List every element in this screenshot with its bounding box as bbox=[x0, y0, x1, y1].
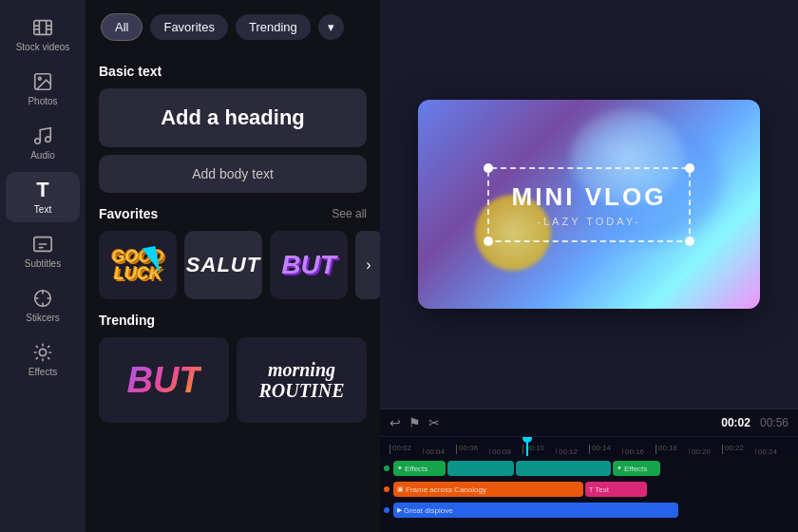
chevron-down-icon: ▾ bbox=[328, 20, 334, 34]
panel-filter-bar: All Favorites Trending ▾ bbox=[86, 0, 380, 50]
tick-0020: 00:20 bbox=[689, 448, 722, 454]
svg-point-13 bbox=[39, 349, 46, 355]
ruler-marks: 00:02 00:04 00:06 00:08 00:10 00:12 00:1… bbox=[390, 439, 788, 454]
trending-section-title: Trending bbox=[99, 313, 367, 328]
good-luck-text: GOOD LUCK bbox=[111, 248, 163, 282]
sticker-but-fav[interactable]: BUT bbox=[270, 231, 348, 299]
scissor-icon[interactable]: ✂ bbox=[428, 415, 440, 430]
track-label-effects bbox=[384, 466, 390, 471]
filter-trending-button[interactable]: Trending bbox=[236, 14, 311, 40]
main-area: MINI VLOG -LAZY TODAY- ↩ ⚑ ✂ 00:02 00:56… bbox=[380, 0, 798, 532]
clip-text[interactable]: TText bbox=[585, 482, 647, 497]
svg-rect-0 bbox=[34, 21, 51, 35]
clip-effects-2[interactable] bbox=[447, 461, 514, 476]
basic-text-section-title: Basic text bbox=[99, 64, 367, 79]
chevron-right-icon: › bbox=[366, 256, 370, 274]
sidebar-item-stock-videos[interactable]: Stock videos bbox=[6, 10, 80, 60]
effects-clip-icon-2: ✦ bbox=[617, 465, 622, 472]
sidebar-item-effects[interactable]: Effects bbox=[6, 334, 80, 385]
text-panel: All Favorites Trending ▾ Basic text Add … bbox=[86, 0, 380, 532]
tick-0012: 00:12 bbox=[556, 448, 589, 454]
track-great: ▶Great displove bbox=[380, 500, 798, 521]
clip-effects-3[interactable] bbox=[516, 461, 611, 476]
effects-clips: ✦Effects ✦Effects bbox=[393, 461, 794, 476]
clip-effects-1[interactable]: ✦Effects bbox=[393, 461, 446, 476]
track-label-great bbox=[384, 507, 390, 513]
filter-favorites-button[interactable]: Favorites bbox=[150, 14, 227, 40]
trending-but[interactable]: BUT bbox=[99, 337, 229, 423]
tick-0008: 00:08 bbox=[489, 448, 522, 454]
time-current: 00:02 bbox=[721, 416, 750, 429]
tick-0004: 00:04 bbox=[423, 448, 456, 454]
timeline: ↩ ⚑ ✂ 00:02 00:56 00:02 00:04 00:06 00:0… bbox=[380, 408, 798, 532]
favorites-stickers-row: GOOD LUCK SALUT BUT › bbox=[99, 231, 367, 299]
sidebar-item-stickers[interactable]: Stikcers bbox=[6, 280, 80, 331]
canvas-background: MINI VLOG -LAZY TODAY- bbox=[418, 100, 760, 309]
add-heading-button[interactable]: Add a heading bbox=[99, 88, 367, 147]
current-time-display: 00:02 bbox=[721, 416, 750, 429]
frame-clips: ▣Frame across Canology TText bbox=[393, 482, 794, 497]
sidebar-label-stock-videos: Stock videos bbox=[16, 42, 70, 52]
tick-0024: 00:24 bbox=[755, 448, 788, 454]
canvas-area: MINI VLOG -LAZY TODAY- bbox=[380, 0, 798, 408]
sticker-good-luck[interactable]: GOOD LUCK bbox=[99, 231, 177, 299]
sticker-next-button[interactable]: › bbox=[355, 231, 380, 299]
canvas-title: MINI VLOG bbox=[512, 182, 667, 212]
svg-point-10 bbox=[46, 137, 51, 142]
playhead[interactable] bbox=[526, 437, 528, 456]
tick-0006: 00:06 bbox=[456, 445, 489, 454]
undo-icon[interactable]: ↩ bbox=[390, 415, 401, 430]
text-clip-icon: T bbox=[589, 486, 593, 493]
timeline-toolbar: ↩ ⚑ ✂ 00:02 00:56 bbox=[380, 409, 798, 437]
sidebar-label-subtitles: Subtitles bbox=[25, 258, 61, 269]
sidebar-item-photos[interactable]: Photos bbox=[6, 64, 80, 114]
but-text-fav: BUT bbox=[281, 250, 336, 280]
great-clip-icon: ▶ bbox=[397, 506, 402, 514]
sidebar-item-audio[interactable]: Audio bbox=[6, 118, 80, 168]
morning-routine-text: morning ROUTINE bbox=[258, 359, 344, 401]
svg-point-8 bbox=[38, 77, 41, 80]
favorites-section-header: Favorites See all bbox=[99, 206, 367, 221]
text-icon: T bbox=[36, 180, 48, 200]
canvas-subtitle: -LAZY TODAY- bbox=[512, 216, 667, 227]
track-effects: ✦Effects ✦Effects bbox=[380, 458, 798, 479]
sidebar-label-stickers: Stikcers bbox=[26, 313, 60, 323]
favorites-section-title: Favorites bbox=[99, 206, 158, 221]
trending-morning-routine[interactable]: morning ROUTINE bbox=[237, 337, 367, 423]
svg-point-9 bbox=[35, 139, 41, 144]
filter-more-button[interactable]: ▾ bbox=[318, 14, 344, 40]
tick-0014: 00:14 bbox=[589, 445, 622, 454]
clip-frame[interactable]: ▣Frame across Canology bbox=[393, 482, 583, 497]
frame-clip-icon: ▣ bbox=[397, 485, 404, 493]
tick-0022: 00:22 bbox=[722, 445, 755, 454]
tick-0016: 00:16 bbox=[622, 448, 656, 454]
panel-content: Basic text Add a heading Add body text F… bbox=[86, 50, 380, 532]
selection-handle-br bbox=[685, 237, 694, 246]
trending-grid: BUT morning ROUTINE bbox=[99, 337, 367, 423]
clip-great[interactable]: ▶Great displove bbox=[393, 503, 678, 518]
great-clips: ▶Great displove bbox=[393, 503, 794, 518]
sidebar-label-photos: Photos bbox=[28, 96, 57, 106]
sidebar-label-text: Text bbox=[34, 204, 51, 215]
timeline-tracks: ✦Effects ✦Effects ▣Frame across Canology bbox=[380, 456, 798, 532]
bookmark-icon[interactable]: ⚑ bbox=[408, 415, 421, 430]
sidebar-item-text[interactable]: T Text bbox=[6, 172, 80, 222]
effects-clip-icon: ✦ bbox=[397, 465, 403, 472]
selection-handle-bl bbox=[484, 237, 493, 246]
tick-0002: 00:02 bbox=[390, 445, 423, 454]
filter-all-button[interactable]: All bbox=[101, 13, 142, 41]
track-frame: ▣Frame across Canology TText bbox=[380, 479, 798, 500]
total-time-display: 00:56 bbox=[760, 416, 788, 429]
sidebar-label-effects: Effects bbox=[28, 367, 57, 377]
sidebar-label-audio: Audio bbox=[30, 150, 55, 161]
see-all-link[interactable]: See all bbox=[332, 207, 367, 220]
sticker-salut[interactable]: SALUT bbox=[184, 231, 262, 299]
salut-text: SALUT bbox=[186, 253, 260, 277]
canvas-preview[interactable]: MINI VLOG -LAZY TODAY- bbox=[418, 100, 760, 309]
track-label-frame bbox=[384, 486, 390, 492]
canvas-text-box[interactable]: MINI VLOG -LAZY TODAY- bbox=[487, 167, 692, 242]
sidebar: Stock videos Photos Audio T Text Subtitl… bbox=[0, 0, 86, 532]
add-body-text-button[interactable]: Add body text bbox=[99, 155, 367, 193]
clip-effects-4[interactable]: ✦Effects bbox=[613, 461, 660, 476]
sidebar-item-subtitles[interactable]: Subtitles bbox=[6, 226, 80, 276]
